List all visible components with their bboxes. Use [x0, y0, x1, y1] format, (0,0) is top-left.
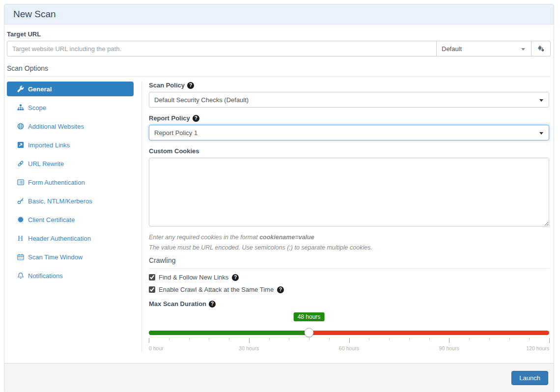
scan-policy-value: Default Security Checks (Default) [154, 96, 249, 104]
cookies-help-text: Enter any required cookies in the format… [149, 232, 549, 252]
scan-options-divider [7, 76, 551, 77]
scan-settings-button[interactable] [532, 41, 551, 56]
sidebar-item-scan-time-window[interactable]: Scan Time Window [7, 250, 134, 264]
slider-tick-label: 0 hour [149, 345, 164, 351]
help-icon[interactable] [187, 82, 194, 89]
certificate-icon [17, 216, 24, 224]
target-url-group: Default [7, 41, 551, 56]
general-tab-content: Scan Policy Default Security Checks (Def… [149, 82, 551, 352]
panel-footer: Launch [4, 363, 554, 392]
new-scan-panel: New Scan Target URL Default [4, 4, 554, 392]
slider-value-badge: 48 hours [294, 312, 325, 321]
slider-handle[interactable] [305, 328, 314, 337]
help-icon[interactable] [209, 301, 216, 308]
page-title: New Scan [13, 9, 545, 20]
slider-track[interactable] [149, 328, 549, 337]
panel-body: Target URL Default [4, 25, 554, 363]
crawling-option-row: Enable Crawl & Attack at the Same Time [149, 286, 549, 293]
chevron-down-icon [539, 99, 543, 102]
crawling-checkboxes: Find & Follow New Links Enable Crawl & A… [149, 274, 549, 293]
slider-tick-label: 60 hours [339, 345, 359, 351]
max-scan-duration-label: Max Scan Duration [149, 300, 549, 308]
external-link-icon [17, 141, 24, 149]
sidebar-item-scope[interactable]: Scope [7, 100, 134, 115]
slider-tick-label: 120 hours [526, 345, 549, 351]
launch-button[interactable]: Launch [511, 371, 548, 385]
max-scan-duration-slider[interactable]: 48 hours 0 hour30 hours60 hours90 hours1… [149, 312, 549, 352]
enable-crawl-attack-at-the-same-time-checkbox[interactable] [149, 286, 155, 293]
scan-profile-value: Default [442, 45, 462, 53]
sitemap-icon [17, 104, 24, 112]
scan-options-label: Scan Options [7, 64, 551, 72]
scan-options-sidebar: General Scope Additional Websites Import… [7, 82, 134, 352]
help-icon[interactable] [232, 274, 239, 281]
report-policy-select[interactable]: Report Policy 1 [149, 125, 549, 140]
custom-cookies-textarea[interactable] [149, 158, 549, 226]
help-icon[interactable] [277, 286, 284, 293]
sidebar-item-form-authentication[interactable]: Form Authentication [7, 175, 134, 190]
bell-icon [17, 272, 24, 280]
sidebar-item-additional-websites[interactable]: Additional Websites [7, 119, 134, 134]
header-h-icon: H [17, 235, 24, 242]
scan-profile-select[interactable]: Default [437, 41, 532, 56]
wrench-icon [17, 85, 24, 93]
sidebar-item-notifications[interactable]: Notifications [7, 268, 134, 283]
scan-policy-select[interactable]: Default Security Checks (Default) [149, 92, 549, 108]
help-icon[interactable] [193, 115, 199, 122]
crawling-label: Crawling [149, 256, 549, 264]
list-alt-icon [17, 179, 24, 186]
scan-policy-label: Scan Policy [149, 82, 549, 89]
slider-tick-label: 30 hours [239, 345, 259, 351]
sidebar-item-url-rewrite[interactable]: URL Rewrite [7, 156, 134, 171]
key-icon [17, 197, 24, 205]
custom-cookies-label: Custom Cookies [149, 147, 549, 155]
slider-tick-labels: 0 hour30 hours60 hours90 hours120 hours [149, 345, 549, 352]
link-icon [17, 160, 24, 168]
sidebar-item-general[interactable]: General [7, 82, 134, 96]
report-policy-label: Report Policy [149, 114, 549, 122]
options-wrap: General Scope Additional Websites Import… [7, 82, 551, 352]
chevron-down-icon [521, 48, 525, 51]
slider-ticks [149, 338, 549, 344]
slider-tick-label: 90 hours [439, 345, 459, 351]
target-url-input[interactable] [7, 41, 437, 56]
sidebar-item-header-authentication[interactable]: H Header Authentication [7, 231, 134, 246]
chevron-down-icon [539, 132, 543, 135]
panel-heading: New Scan [4, 4, 554, 25]
sidebar-divider [141, 82, 142, 352]
calendar-icon [17, 253, 24, 261]
crawling-option-row: Find & Follow New Links [149, 274, 549, 281]
cogs-icon [537, 45, 545, 53]
globe-icon [17, 123, 24, 130]
target-url-label: Target URL [7, 30, 551, 38]
find-follow-new-links-checkbox[interactable] [149, 274, 155, 280]
report-policy-value: Report Policy 1 [154, 129, 197, 137]
slider-track-elapsed [149, 331, 309, 335]
sidebar-item-basic-ntlm-kerberos[interactable]: Basic, NTLM/Kerberos [7, 194, 134, 208]
crawling-divider [149, 268, 549, 269]
sidebar-item-imported-links[interactable]: Imported Links [7, 138, 134, 152]
sidebar-item-client-certificate[interactable]: Client Certificate [7, 212, 134, 227]
